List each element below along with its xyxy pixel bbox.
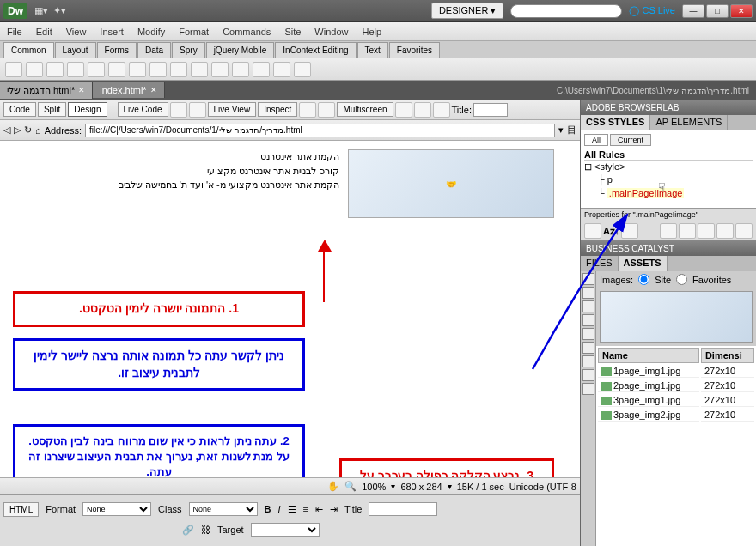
- refresh-icon[interactable]: ↻: [24, 124, 32, 136]
- templates-icon[interactable]: [273, 62, 290, 77]
- head-icon[interactable]: [232, 62, 249, 77]
- movies-asset-icon[interactable]: [582, 342, 594, 354]
- doc-tab-1[interactable]: הדגמה שלי.html*✕: [0, 82, 93, 99]
- css-styles-tab[interactable]: CSS STYLES: [581, 115, 650, 130]
- class-select[interactable]: None: [189, 502, 258, 516]
- live-icon[interactable]: [189, 102, 206, 118]
- new-rule-icon[interactable]: [679, 223, 696, 239]
- forward-icon[interactable]: ▷: [14, 124, 21, 136]
- check-icon[interactable]: [433, 102, 450, 118]
- attach-css-icon[interactable]: [660, 223, 677, 239]
- hand-tool-icon[interactable]: ✋: [327, 481, 339, 492]
- widget-icon[interactable]: [149, 62, 167, 77]
- templates-asset-icon[interactable]: [582, 369, 594, 381]
- disable-icon[interactable]: [716, 223, 734, 239]
- image-icon[interactable]: [108, 62, 125, 77]
- edit-rule-icon[interactable]: [698, 223, 715, 239]
- menu-window[interactable]: Window: [314, 27, 348, 37]
- bold-button[interactable]: B: [265, 504, 271, 514]
- indent-icon[interactable]: ⇥: [330, 504, 338, 515]
- menu-commands[interactable]: Commands: [223, 27, 271, 37]
- tag-icon[interactable]: [294, 62, 311, 77]
- assets-tab[interactable]: ASSETS: [619, 256, 668, 271]
- current-button[interactable]: Current: [610, 134, 651, 146]
- visual-aids-icon[interactable]: [395, 102, 412, 118]
- menu-site[interactable]: Site: [284, 27, 301, 37]
- ssi-icon[interactable]: [191, 62, 208, 77]
- div-icon[interactable]: [88, 62, 105, 77]
- zoom-level[interactable]: 100%: [362, 482, 386, 492]
- ap-elements-tab[interactable]: AP ELEMENTS: [650, 115, 728, 130]
- shockwave-asset-icon[interactable]: [582, 328, 594, 340]
- site-radio[interactable]: [638, 274, 649, 285]
- go-icon[interactable]: ▾: [558, 124, 564, 136]
- all-button[interactable]: All: [584, 134, 608, 146]
- layout-icon[interactable]: ▦▾: [34, 5, 48, 16]
- tab-layout[interactable]: Layout: [55, 42, 96, 58]
- scripts-asset-icon[interactable]: [582, 355, 594, 367]
- outdent-icon[interactable]: ⇤: [315, 504, 323, 515]
- settings-icon[interactable]: 目: [567, 124, 576, 136]
- tab-common[interactable]: Common: [3, 42, 54, 58]
- tab-spry[interactable]: Spry: [172, 42, 205, 58]
- livecode-button[interactable]: Live Code: [118, 102, 168, 117]
- page-image[interactable]: 🤝: [348, 149, 554, 218]
- address-input[interactable]: [85, 124, 555, 137]
- list-ul-icon[interactable]: ☰: [288, 504, 296, 515]
- link-icon[interactable]: 🔗: [182, 525, 194, 536]
- asset-row[interactable]: 3page_img2.jpg272x10: [598, 409, 754, 422]
- table-icon[interactable]: [67, 62, 84, 77]
- date-icon[interactable]: [170, 62, 187, 77]
- close-icon[interactable]: ✕: [150, 86, 157, 94]
- tab-incontext[interactable]: InContext Editing: [275, 42, 356, 58]
- design-view-button[interactable]: Design: [68, 102, 107, 117]
- menu-format[interactable]: Format: [179, 27, 209, 37]
- html-props-button[interactable]: HTML: [3, 502, 39, 517]
- design-canvas[interactable]: הקמת אתר אינטרנט קורס לבניית אתר אינטרנט…: [0, 141, 580, 477]
- asset-row[interactable]: 3page_img1.jpg272x10: [598, 394, 754, 407]
- anchor-icon[interactable]: [46, 62, 64, 77]
- style-tag-rule[interactable]: ⊟ <style>: [584, 161, 753, 173]
- p-rule[interactable]: ├ p: [584, 173, 753, 186]
- minimize-button[interactable]: —: [682, 4, 704, 18]
- liveview-button[interactable]: Live View: [208, 102, 257, 117]
- mainpage-rule[interactable]: └ .mainPageIimage: [584, 187, 753, 200]
- unlink-icon[interactable]: ⛓: [201, 525, 210, 535]
- code-view-button[interactable]: Code: [3, 102, 36, 117]
- list-ol-icon[interactable]: ≡: [303, 504, 308, 514]
- menu-help[interactable]: Help: [362, 27, 381, 37]
- multiscreen-button[interactable]: Multiscreen: [337, 102, 393, 117]
- urls-asset-icon[interactable]: [582, 300, 594, 312]
- cslive-button[interactable]: ◯ CS Live: [629, 5, 675, 16]
- close-icon[interactable]: ✕: [78, 86, 85, 94]
- name-column[interactable]: Name: [598, 348, 699, 363]
- home-icon[interactable]: ⌂: [35, 125, 41, 136]
- search-input[interactable]: [510, 4, 622, 18]
- browserlab-panel-header[interactable]: ADOBE BROWSERLAB: [581, 100, 756, 115]
- title-input[interactable]: [473, 103, 508, 117]
- tab-forms[interactable]: Forms: [97, 42, 137, 58]
- inspect-button[interactable]: Inspect: [258, 102, 297, 117]
- script-icon[interactable]: [253, 62, 270, 77]
- menu-edit[interactable]: Edit: [36, 27, 52, 37]
- refresh-icon[interactable]: [318, 102, 335, 118]
- menu-view[interactable]: View: [66, 27, 87, 37]
- menu-modify[interactable]: Modify: [137, 27, 165, 37]
- flash-asset-icon[interactable]: [582, 314, 594, 326]
- dimensions-column[interactable]: Dimensi: [701, 348, 754, 363]
- images-asset-icon[interactable]: [582, 273, 594, 285]
- validate-icon[interactable]: [414, 102, 431, 118]
- files-tab[interactable]: FILES: [581, 256, 619, 271]
- delete-rule-icon[interactable]: [735, 223, 753, 239]
- extend-icon[interactable]: ✦▾: [53, 5, 66, 16]
- maximize-button[interactable]: □: [706, 4, 729, 18]
- tab-favorites[interactable]: Favorites: [389, 42, 440, 58]
- set-props-icon[interactable]: [621, 223, 638, 239]
- tab-data[interactable]: Data: [137, 42, 171, 58]
- split-view-button[interactable]: Split: [38, 102, 66, 117]
- target-select[interactable]: [251, 523, 320, 537]
- doc-tab-2[interactable]: index.html*✕: [93, 82, 164, 98]
- italic-button[interactable]: I: [278, 504, 281, 514]
- comment-icon[interactable]: [211, 62, 229, 77]
- browser-icon[interactable]: [299, 102, 316, 118]
